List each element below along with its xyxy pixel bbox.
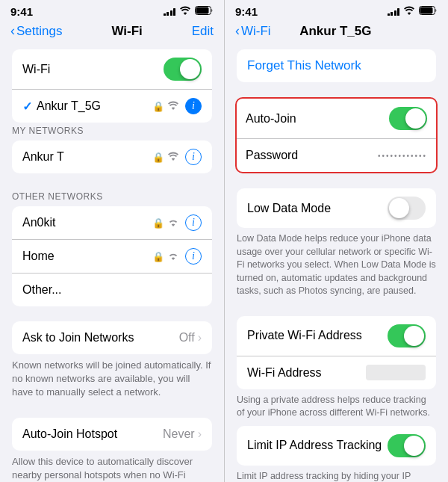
auto-join-label: Auto-Join [246, 112, 389, 126]
my-network-name-0: Ankur T [22, 150, 149, 164]
low-data-toggle[interactable] [388, 197, 426, 220]
auto-join-hotspot-row[interactable]: Auto-Join Hotspot Never › [12, 418, 212, 451]
private-wifi-label: Private Wi-Fi Address [247, 329, 388, 342]
private-wifi-toggle[interactable] [388, 324, 426, 347]
info-button-other-1[interactable]: i [185, 248, 202, 265]
other-network-row-0[interactable]: An0kit 🔒 i [12, 206, 212, 240]
wifi-toggle-label: Wi-Fi [22, 63, 164, 76]
wifi-address-row: Wi-Fi Address [237, 356, 436, 389]
left-nav-bar: ‹ Settings Wi-Fi Edit [0, 21, 224, 45]
other-networks-label: OTHER NETWORKS [0, 188, 224, 206]
right-panel: 9:41 [224, 0, 448, 482]
right-back-chevron-icon: ‹ [235, 23, 240, 39]
forget-card: Forget This Network [237, 49, 436, 82]
info-button-my-0[interactable]: i [185, 149, 202, 165]
low-data-section: Low Data Mode Low Data Mode helps reduce… [225, 188, 448, 301]
right-battery-status-icon [419, 4, 438, 18]
wifi-toggle-section: Wi-Fi ✓ Ankur T_5G 🔒 i [12, 49, 212, 123]
limit-ip-desc: Limit IP address tracking by hiding your… [225, 466, 448, 483]
left-nav-title: Wi-Fi [111, 24, 142, 39]
left-panel: 9:41 [0, 0, 224, 482]
password-value: •••••••••••• [378, 152, 427, 160]
back-chevron-icon: ‹ [10, 23, 15, 39]
right-time: 9:41 [235, 5, 258, 18]
auto-join-section: Auto-Join Password •••••••••••• [225, 97, 448, 173]
auto-join-hotspot-note: Allow this device to automatically disco… [0, 451, 224, 482]
auto-join-row[interactable]: Auto-Join [237, 99, 436, 139]
svg-rect-3 [420, 7, 433, 14]
my-networks-section: MY NETWORKS Ankur T 🔒 i [0, 123, 224, 173]
wifi-toggle[interactable] [164, 58, 202, 81]
signal-icon [164, 7, 176, 16]
info-button-connected[interactable]: i [185, 98, 202, 114]
left-back-button[interactable]: ‹ Settings [10, 24, 62, 39]
auto-join-toggle[interactable] [389, 107, 427, 130]
auto-join-card: Auto-Join Password •••••••••••• [235, 97, 438, 173]
ask-join-note: Known networks will be joined automatica… [0, 354, 224, 403]
left-status-icons [164, 4, 214, 18]
right-nav-title: Ankur T_5G [299, 24, 371, 39]
right-signal-icon [388, 7, 400, 16]
toggle-knob [180, 59, 200, 79]
private-wifi-section: Private Wi-Fi Address Wi-Fi Address Usin… [225, 316, 448, 423]
lock-icon-other-1: 🔒 [152, 251, 164, 262]
ask-join-row[interactable]: Ask to Join Networks Off › [12, 321, 212, 354]
other-networks-section: OTHER NETWORKS An0kit 🔒 i Home 🔒 [0, 188, 224, 306]
wifi-icon-0 [167, 152, 179, 163]
left-time: 9:41 [10, 5, 33, 18]
svg-rect-1 [196, 7, 209, 14]
left-back-label: Settings [16, 24, 62, 39]
lock-icon-0: 🔒 [152, 152, 164, 163]
other-network-row-1[interactable]: Home 🔒 i [12, 240, 212, 274]
wifi-icon-other-0 [167, 217, 179, 229]
checkmark-icon: ✓ [22, 99, 32, 114]
password-label: Password [246, 149, 378, 162]
wifi-address-label: Wi-Fi Address [247, 366, 366, 380]
right-back-label: Wi-Fi [241, 24, 271, 39]
forget-section: Forget This Network [225, 49, 448, 82]
low-data-card: Low Data Mode [237, 188, 436, 228]
wifi-row-icon-connected [167, 101, 179, 112]
auto-join-hotspot-value: Never [163, 427, 195, 441]
my-networks-card: Ankur T 🔒 i [12, 140, 212, 173]
low-data-desc: Low Data Mode helps reduce your iPhone d… [225, 228, 448, 301]
auto-join-hotspot-card: Auto-Join Hotspot Never › [12, 418, 212, 451]
ask-join-section: Ask to Join Networks Off › Known network… [0, 321, 224, 403]
password-row[interactable]: Password •••••••••••• [237, 139, 436, 172]
right-back-button[interactable]: ‹ Wi-Fi [235, 24, 271, 39]
auto-join-hotspot-chevron-icon: › [198, 427, 202, 441]
right-wifi-status-icon [403, 4, 415, 18]
wifi-status-icon [179, 4, 191, 18]
forget-row[interactable]: Forget This Network [237, 49, 436, 82]
ask-join-label: Ask to Join Networks [22, 331, 179, 344]
low-data-row[interactable]: Low Data Mode [237, 188, 436, 228]
wifi-address-desc: Using a private address helps reduce tra… [225, 389, 448, 423]
info-button-other-0[interactable]: i [185, 214, 202, 231]
wifi-address-value [366, 365, 426, 380]
ask-join-card: Ask to Join Networks Off › [12, 321, 212, 354]
wifi-icon-other-1 [167, 251, 179, 262]
other-network-name-0: An0kit [22, 216, 149, 229]
limit-ip-label: Limit IP Address Tracking [247, 439, 388, 452]
other-network-name-2: Other... [22, 283, 202, 297]
left-content: Wi-Fi ✓ Ankur T_5G 🔒 i [0, 45, 224, 482]
limit-ip-toggle[interactable] [388, 434, 426, 457]
battery-status-icon [195, 4, 214, 18]
private-wifi-row[interactable]: Private Wi-Fi Address [237, 316, 436, 356]
left-status-bar: 9:41 [0, 0, 224, 21]
my-network-row-0[interactable]: Ankur T 🔒 i [12, 140, 212, 173]
connected-network-name: Ankur T_5G [37, 99, 149, 113]
connected-network-row[interactable]: ✓ Ankur T_5G 🔒 i [12, 90, 212, 123]
right-status-icons [388, 4, 438, 18]
limit-ip-row[interactable]: Limit IP Address Tracking [237, 426, 436, 466]
other-networks-card: An0kit 🔒 i Home 🔒 [12, 206, 212, 306]
auto-join-hotspot-label: Auto-Join Hotspot [22, 427, 163, 441]
other-network-row-2[interactable]: Other... [12, 274, 212, 306]
limit-ip-card: Limit IP Address Tracking [237, 426, 436, 466]
ask-join-value: Off [179, 331, 195, 344]
lock-icon-other-0: 🔒 [152, 217, 164, 229]
left-edit-button[interactable]: Edit [192, 24, 214, 39]
private-wifi-toggle-knob [404, 326, 424, 346]
right-content: Forget This Network Auto-Join Password •… [225, 45, 448, 482]
low-data-label: Low Data Mode [247, 202, 388, 215]
